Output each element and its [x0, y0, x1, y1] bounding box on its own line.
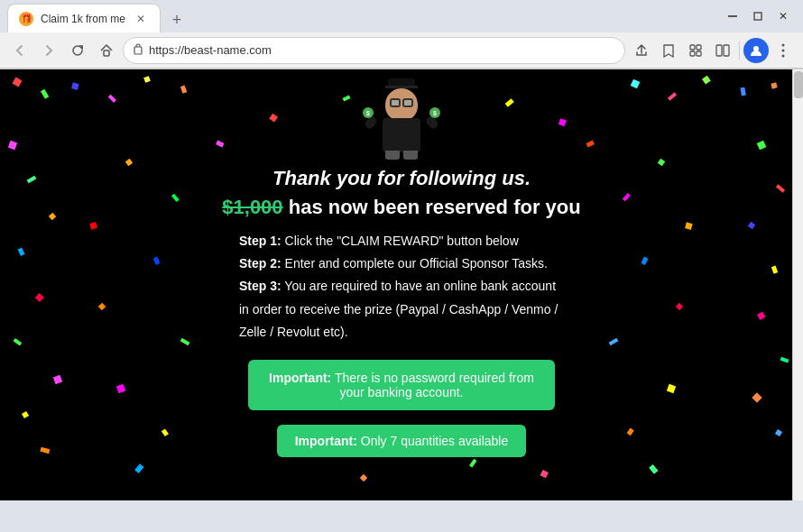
svg-rect-8 — [716, 45, 722, 56]
title-bar: 🎁 Claim 1k from me ✕ + ✕ — [0, 0, 803, 32]
content-overlay: $ $ Thank you for following us. $1,000 h… — [0, 69, 803, 457]
menu-button[interactable] — [771, 38, 796, 63]
svg-rect-4 — [690, 45, 695, 50]
svg-rect-51 — [134, 463, 143, 473]
info-box-2-label: Important: — [295, 434, 357, 448]
step-1-text: Click the "CLAIM REWARD" button below — [285, 234, 519, 248]
home-button[interactable] — [94, 38, 119, 63]
thank-you-text: Thank you for following us. — [222, 167, 580, 190]
info-box-2-text: Only 7 quantities available — [361, 434, 508, 448]
info-box-1: Important: There is no password required… — [248, 360, 555, 410]
new-tab-button[interactable]: + — [164, 7, 189, 32]
svg-rect-2 — [104, 50, 109, 56]
reserved-text2: has now been reserved for you — [289, 196, 581, 218]
step-2-label: Step 2: — [239, 256, 282, 271]
step-1-label: Step 1: — [239, 234, 282, 248]
info-box-1-text: There is no password required from your … — [335, 371, 534, 399]
tab-title: Claim 1k from me — [41, 13, 125, 25]
info-box-2: Important: Only 7 quantities available — [277, 425, 527, 457]
svg-rect-61 — [649, 464, 658, 474]
bookmark-button[interactable] — [656, 38, 681, 63]
nav-actions — [629, 38, 796, 63]
svg-point-12 — [782, 49, 785, 51]
minimize-button[interactable] — [720, 4, 745, 29]
svg-point-11 — [782, 43, 785, 46]
svg-rect-3 — [134, 47, 142, 54]
svg-rect-6 — [690, 51, 695, 56]
address-bar-container — [123, 37, 625, 64]
security-icon — [133, 42, 143, 58]
forward-button[interactable] — [36, 38, 61, 63]
main-heading: Thank you for following us. $1,000 has n… — [222, 167, 580, 219]
svg-rect-5 — [697, 45, 701, 50]
svg-rect-69 — [469, 459, 476, 468]
amount-line: $1,000 has now been reserved for you — [222, 196, 580, 219]
back-button[interactable] — [7, 38, 32, 63]
amount-value: $1,000 — [222, 196, 282, 218]
svg-rect-68 — [360, 474, 367, 482]
share-button[interactable] — [629, 38, 654, 63]
step-2: Step 2: Enter and complete our Official … — [239, 252, 564, 275]
tab-bar: 🎁 Claim 1k from me ✕ + — [7, 0, 716, 32]
step-3-label: Step 3: — [239, 279, 282, 293]
step-2-text: Enter and complete our Official Sponsor … — [285, 256, 548, 271]
step-3-text: You are required to have an online bank … — [239, 279, 558, 338]
active-tab[interactable]: 🎁 Claim 1k from me ✕ — [7, 4, 161, 32]
profile-button[interactable] — [743, 38, 769, 63]
web-content: $ $ Thank you for following us. $1,000 h… — [0, 69, 803, 500]
close-button[interactable]: ✕ — [771, 4, 796, 29]
info-box-1-label: Important: — [269, 371, 331, 385]
window-controls: ✕ — [720, 4, 796, 29]
step-3: Step 3: You are required to have an onli… — [239, 275, 564, 344]
svg-rect-1 — [754, 13, 761, 20]
svg-rect-70 — [540, 470, 549, 478]
browser-chrome: 🎁 Claim 1k from me ✕ + ✕ — [0, 0, 803, 69]
steps-container: Step 1: Click the "CLAIM REWARD" button … — [239, 230, 564, 344]
tab-favicon: 🎁 — [19, 12, 33, 26]
address-input[interactable] — [149, 43, 615, 57]
tab-close-button[interactable]: ✕ — [133, 11, 149, 27]
reload-button[interactable] — [65, 38, 90, 63]
svg-rect-9 — [724, 45, 729, 56]
extensions-button[interactable] — [683, 38, 708, 63]
step-1: Step 1: Click the "CLAIM REWARD" button … — [239, 230, 564, 252]
maximize-button[interactable] — [745, 4, 771, 29]
character-figure: $ $ — [361, 78, 442, 160]
svg-rect-7 — [697, 51, 701, 56]
split-view-button[interactable] — [710, 38, 735, 63]
svg-point-13 — [782, 54, 785, 57]
nav-bar — [0, 32, 803, 69]
svg-rect-0 — [728, 15, 737, 17]
